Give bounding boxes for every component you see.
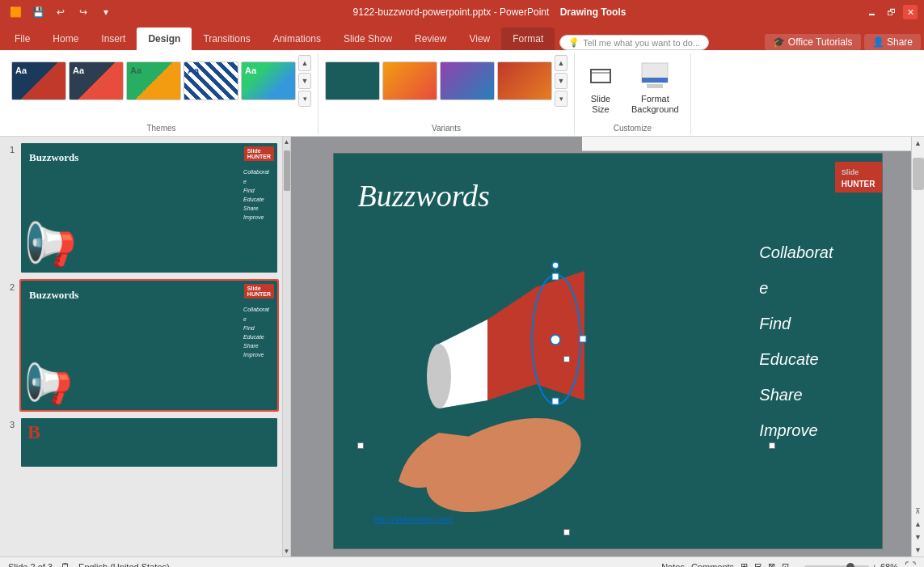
ribbon-themes-group: Aa Aa Aa Aa Aa ▲ ▼ ▾ Themes [5, 53, 319, 134]
restore-button[interactable]: 🗗 [884, 5, 898, 19]
slide-2-logo: SlideHUNTER [244, 284, 274, 298]
handle-bottom [563, 529, 570, 535]
panel-scroll-thumb[interactable] [284, 150, 290, 191]
variants-scroll-down[interactable]: ▼ [555, 73, 567, 89]
variants-scroll-more[interactable]: ▾ [555, 91, 567, 107]
slide-size-label: Slide Size [591, 94, 610, 115]
tab-review[interactable]: Review [403, 28, 458, 50]
slide-image-3[interactable]: B [19, 417, 279, 468]
variants-scroll-up[interactable]: ▲ [555, 55, 567, 71]
tab-transitions[interactable]: Transitions [192, 28, 261, 50]
language-label: English (United States) [78, 562, 170, 567]
share-icon: 👤 [872, 36, 884, 48]
slide-size-button[interactable]: Slide Size [581, 58, 620, 118]
qat-more-button[interactable]: ▾ [97, 3, 115, 21]
save-button[interactable]: 💾 [29, 3, 47, 21]
themes-scroll-down[interactable]: ▼ [298, 73, 311, 89]
slide-thumb-3[interactable]: 3 B [3, 417, 279, 468]
zoom-thumb[interactable] [846, 563, 854, 567]
slide-image-2[interactable]: Buzzwords SlideHUNTER CollaborateFindEdu… [19, 279, 279, 412]
themes-scroll-up[interactable]: ▲ [298, 55, 311, 71]
office-tutorials-button[interactable]: 🎓 Office Tutorials [765, 34, 861, 50]
right-scroll-track[interactable] [912, 150, 924, 505]
right-scroll-up[interactable]: ▲ [912, 137, 925, 150]
theme-4[interactable]: Aa [184, 61, 238, 100]
tab-file[interactable]: File [3, 28, 41, 50]
comments-button[interactable]: Comments [691, 562, 734, 567]
slide-image-1[interactable]: Buzzwords SlideHUNTER CollaborateFindEdu… [19, 142, 279, 274]
themes-row: Aa Aa Aa Aa Aa ▲ ▼ ▾ [11, 55, 311, 107]
panel-scrollbar[interactable]: ▲ ▼ [283, 137, 291, 556]
buzzword-share: Share [759, 377, 833, 413]
fit-screen-button[interactable]: ⛶ [905, 561, 916, 567]
svg-rect-11 [552, 398, 559, 404]
minimize-button[interactable]: 🗕 [864, 5, 879, 19]
main-slide-logo-hunter: HUNTER [842, 180, 875, 188]
right-scrollbar[interactable]: ▲ ⊼ ▲ ▼ ▼ [911, 137, 924, 556]
right-scroll-thumb[interactable] [913, 158, 924, 190]
title-bar-center: 9122-buzzword-powerpoint.pptx - PowerPoi… [115, 6, 864, 18]
format-background-label: Format Background [631, 94, 679, 115]
main-slide-logo: Slide HUNTER [835, 162, 882, 193]
ribbon-content: Aa Aa Aa Aa Aa ▲ ▼ ▾ Themes [0, 50, 924, 137]
variant-3[interactable] [440, 61, 495, 100]
theme-5[interactable]: Aa [241, 61, 296, 100]
tab-home[interactable]: Home [41, 28, 90, 50]
zoom-controls: − + 68% [795, 562, 898, 567]
main-buzzwords: Collaborate Find Educate Share Improve [759, 235, 833, 448]
themes-scroll-more[interactable]: ▾ [298, 91, 311, 107]
right-scroll-pgup[interactable]: ▲ [912, 518, 925, 531]
slide-number-3: 3 [3, 417, 15, 429]
redo-button[interactable]: ↪ [74, 3, 92, 21]
theme-1[interactable]: Aa [11, 61, 66, 100]
megaphone-graphic [374, 239, 633, 516]
right-scroll-down[interactable]: ▼ [912, 544, 925, 556]
panel-scroll-up-arrow[interactable]: ▲ [282, 137, 292, 147]
undo-button[interactable]: ↩ [52, 3, 70, 21]
view-normal-button[interactable]: ⊞ [740, 561, 748, 567]
view-slideshow-button[interactable]: ⊡ [782, 561, 789, 567]
tab-design[interactable]: Design [137, 28, 192, 50]
variant-1[interactable] [325, 61, 380, 100]
zoom-minus-button[interactable]: − [795, 562, 800, 567]
zoom-level-label: 68% [880, 562, 898, 567]
panel-scroll-down-arrow[interactable]: ▼ [282, 546, 292, 556]
view-reading-button[interactable]: ⊠ [768, 561, 775, 567]
svg-point-6 [423, 449, 487, 497]
right-scroll-top[interactable]: ⊼ [912, 505, 925, 518]
right-scroll-extra: ⊼ ▲ ▼ ▼ [912, 505, 925, 556]
slide-number-2: 2 [3, 279, 15, 292]
svg-rect-4 [647, 84, 663, 88]
slide-2-title: Buzzwords [29, 289, 78, 302]
buzzword-find: Find [759, 306, 833, 341]
tab-slideshow[interactable]: Slide Show [332, 28, 403, 50]
handle-left [357, 442, 364, 449]
theme-3[interactable]: Aa [126, 61, 181, 100]
tab-format[interactable]: Format [501, 28, 555, 50]
filename-label: 9122-buzzword-powerpoint.pptx - PowerPoi… [353, 6, 550, 18]
format-background-button[interactable]: Format Background [627, 58, 684, 118]
slide-thumb-1[interactable]: 1 Buzzwords SlideHUNTER CollaborateFindE… [3, 142, 279, 274]
variant-2[interactable] [382, 61, 437, 100]
slide-canvas-3: B [21, 418, 277, 467]
slide-link[interactable]: http://slidehunter.com/ [374, 515, 454, 524]
tab-view[interactable]: View [458, 28, 501, 50]
variant-4[interactable] [497, 61, 552, 100]
view-slide-sorter-button[interactable]: ⊟ [754, 561, 762, 567]
close-button[interactable]: ✕ [903, 5, 918, 19]
svg-rect-3 [642, 78, 668, 83]
tab-animations[interactable]: Animations [262, 28, 332, 50]
notes-icon: 🗒 [61, 561, 70, 567]
svg-point-14 [552, 262, 559, 269]
slide-thumb-2[interactable]: 2 Buzzwords SlideHUNTER CollaborateFindE… [3, 279, 279, 412]
right-scroll-pgdn[interactable]: ▼ [912, 531, 925, 544]
tab-insert[interactable]: Insert [90, 28, 137, 50]
panel-scroll-track[interactable] [283, 147, 290, 546]
notes-button[interactable]: Notes [661, 562, 685, 567]
zoom-plus-button[interactable]: + [872, 562, 877, 567]
share-button[interactable]: 👤 Share [864, 34, 921, 50]
theme-2[interactable]: Aa [69, 61, 124, 100]
svg-rect-0 [591, 70, 610, 83]
tell-me-input[interactable]: 💡 Tell me what you want to do... [559, 35, 709, 50]
buzzword-collaborate: Collaborate [759, 235, 833, 306]
